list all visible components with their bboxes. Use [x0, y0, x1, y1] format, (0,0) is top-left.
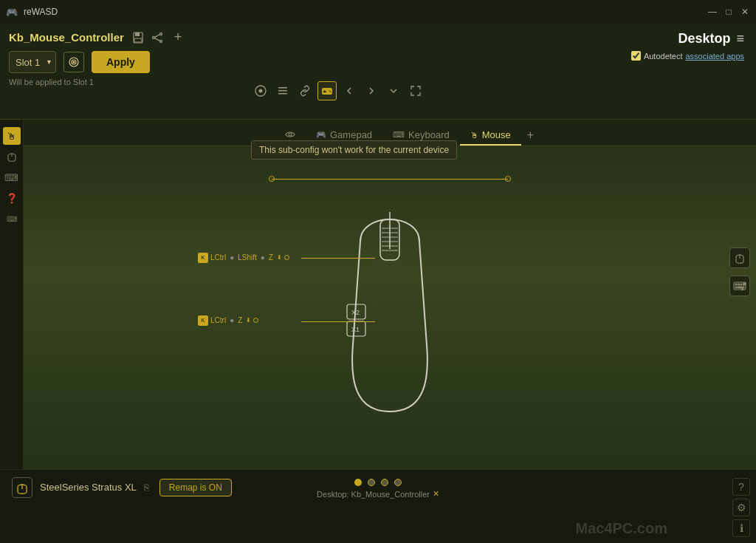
svg-line-6 — [154, 34, 159, 37]
map-icon-1: K — [198, 253, 208, 263]
svg-rect-38 — [740, 284, 742, 285]
right-connector-dot-top — [505, 176, 511, 182]
left-bottom-hline — [301, 321, 375, 322]
tooltip-box: This sub-config won't work for the curre… — [251, 140, 457, 160]
tab-mouse-label: Mouse — [482, 129, 511, 140]
desktop-menu-button[interactable]: ≡ — [736, 31, 744, 47]
profile-name: Kb_Mouse_Controller — [9, 31, 124, 44]
left-connector-dot-top — [269, 176, 275, 182]
device-copy-icon[interactable]: ⎘ — [144, 482, 149, 493]
device-name: SteelSeries Stratus XL — [40, 482, 137, 493]
svg-point-10 — [73, 61, 75, 63]
app-title: reWASD — [24, 7, 58, 17]
right-side-icons: W A — [729, 247, 750, 296]
bottom-right-icons: ? ⚙ ℹ — [732, 478, 750, 537]
svg-point-12 — [259, 89, 263, 92]
mouse-subtab-icon: 🖱 — [470, 131, 478, 140]
mapping-label-left-bottom: K LCtrl ● Z ⬇ — [198, 315, 258, 326]
device-icon — [12, 477, 32, 498]
remap-button[interactable]: Remap is ON — [159, 479, 232, 496]
right-keyboard-icon[interactable]: W A — [729, 276, 750, 296]
dot-4 — [394, 479, 402, 486]
add-subtab-button[interactable]: + — [521, 125, 540, 146]
autodetect-label: Autodetect — [644, 52, 683, 61]
save-icon[interactable] — [131, 31, 145, 44]
slot-select[interactable]: Slot 1 Slot 2 Slot 3 Slot 4 — [9, 51, 56, 73]
close-button[interactable]: ✕ — [740, 7, 750, 17]
desktop-title: Desktop — [678, 31, 730, 47]
dot-3 — [381, 479, 388, 486]
sidebar-mouse-2[interactable] — [3, 148, 21, 165]
top-connector-line — [272, 179, 508, 180]
svg-rect-18 — [323, 91, 327, 92]
share-icon[interactable] — [151, 31, 164, 44]
map-dot-top — [284, 255, 289, 260]
add-config-button[interactable]: + — [174, 30, 182, 45]
profile-tab: Desktop: Kb_Mouse_Controller ✕ — [317, 489, 439, 499]
svg-point-3 — [159, 33, 162, 35]
svg-point-4 — [152, 36, 154, 38]
svg-point-5 — [159, 40, 162, 42]
sidebar-mouse-active[interactable]: 🖱 — [3, 127, 21, 145]
gamepad-icon: 🎮 — [316, 130, 326, 140]
toolbar-arrow-right-icon[interactable] — [362, 81, 381, 100]
autodetect-checkbox[interactable] — [631, 51, 641, 61]
toolbar-arrow-left-icon[interactable] — [340, 81, 359, 100]
dot-2 — [368, 479, 375, 486]
mapping-label-left-top: K LCtrl ● LShift ● Z ⬇ — [198, 253, 289, 263]
dot-1 — [354, 479, 362, 486]
settings-icon[interactable]: ⚙ — [732, 499, 750, 516]
left-top-hline — [301, 258, 375, 259]
profile-tab-text: Desktop: Kb_Mouse_Controller — [317, 490, 430, 499]
tab-gamepad-label: Gamepad — [330, 129, 372, 140]
toolbar-xbox-icon[interactable] — [251, 81, 270, 100]
toolbar-list-icon[interactable] — [273, 81, 292, 100]
eye-icon — [285, 129, 295, 140]
profile-dots — [354, 479, 402, 486]
keyboard-subtab-icon: ⌨ — [393, 130, 405, 140]
help-icon[interactable]: ? — [732, 478, 750, 496]
toolbar-down-icon[interactable] — [384, 81, 403, 100]
svg-line-7 — [154, 38, 159, 41]
svg-rect-1 — [135, 33, 140, 36]
svg-text:X1: X1 — [351, 326, 360, 333]
apply-button[interactable]: Apply — [92, 51, 150, 73]
map-dot-bottom — [253, 318, 258, 323]
svg-rect-36 — [735, 284, 737, 285]
svg-rect-14 — [278, 90, 287, 92]
close-tab-button[interactable]: ✕ — [433, 489, 439, 499]
mouse-diagram: K LCtrl ● LShift ● Z ⬇ K LCtrl ● Z ⬇ — [235, 138, 545, 478]
watermark: Mac4PC.com — [576, 520, 668, 537]
tab-mouse[interactable]: 🖱 Mouse — [460, 126, 521, 146]
map-icon-2: K — [198, 315, 208, 326]
svg-rect-15 — [278, 93, 287, 95]
associated-apps-link[interactable]: associated apps — [686, 52, 745, 61]
target-icon[interactable] — [63, 52, 84, 72]
maximize-button[interactable]: □ — [724, 7, 734, 17]
svg-rect-40 — [735, 287, 737, 288]
svg-rect-13 — [278, 87, 287, 89]
tooltip-text: This sub-config won't work for the curre… — [259, 145, 449, 155]
minimize-button[interactable]: — — [707, 7, 718, 17]
toolbar-link-icon[interactable] — [295, 81, 315, 100]
right-mouse-icon[interactable] — [729, 247, 750, 268]
tab-keyboard-label: Keyboard — [408, 129, 450, 140]
mouse-area: K LCtrl ● LShift ● Z ⬇ K LCtrl ● Z ⬇ — [24, 146, 756, 469]
toolbar-expand-icon[interactable] — [406, 81, 425, 100]
sidebar-question[interactable]: ❓ — [3, 189, 21, 207]
svg-point-22 — [289, 133, 292, 136]
svg-point-20 — [330, 91, 331, 92]
toolbar-gamepad-icon[interactable] — [317, 81, 337, 100]
svg-rect-2 — [134, 38, 142, 42]
info-icon[interactable]: ℹ — [732, 519, 750, 537]
svg-rect-37 — [738, 284, 740, 285]
toolbar-row — [251, 78, 594, 103]
sidebar-keyboard-2[interactable]: ⌨ — [3, 210, 21, 228]
svg-text:X2: X2 — [351, 309, 360, 316]
svg-point-19 — [329, 90, 331, 92]
titlebar: 🎮 reWASD — □ ✕ — [0, 0, 756, 24]
app-icon: 🎮 — [6, 7, 18, 18]
mouse-svg: X2 X1 — [316, 197, 464, 419]
sidebar-keyboard[interactable]: ⌨ — [3, 168, 21, 186]
desktop-section: Desktop ≡ Autodetect associated apps — [594, 24, 756, 98]
